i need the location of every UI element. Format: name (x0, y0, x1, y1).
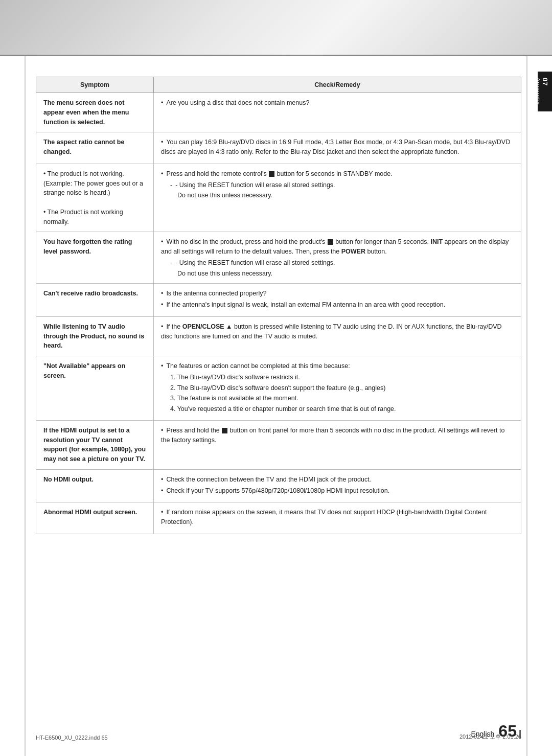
remedy-item: If random noise appears on the screen, i… (161, 508, 514, 527)
remedy-cell: Is the antenna connected properly? If th… (154, 284, 521, 317)
chapter-number: 07 (541, 78, 549, 102)
symptom-cell: The aspect ratio cannot be changed. (36, 132, 154, 164)
numbered-remedy: 2. The Blu-ray/DVD disc's software doesn… (161, 383, 514, 393)
symptom-text: • The product is not working. (Example: … (43, 169, 146, 198)
symptom-text: The menu screen does not appear even whe… (43, 99, 129, 126)
table-row: • The product is not working. (Example: … (36, 164, 521, 232)
remedy-cell: Press and hold the button on front panel… (154, 420, 521, 469)
symptom-text: If the HDMI output is set to a resolutio… (43, 427, 146, 463)
table-row: You have forgotten the rating level pass… (36, 232, 521, 284)
symptom-text: The aspect ratio cannot be changed. (43, 139, 124, 155)
remedy-item: If the OPEN/CLOSE ▲ button is pressed wh… (161, 322, 514, 341)
remedy-list: You can play 16:9 Blu-ray/DVD discs in 1… (161, 138, 514, 157)
remedy-item: Are you using a disc that does not conta… (161, 98, 514, 108)
square-icon (222, 428, 227, 433)
table-row: No HDMI output. Check the connection bet… (36, 469, 521, 502)
table-row: "Not Available" appears on screen. The f… (36, 356, 521, 421)
remedy-list: Press and hold the button on front panel… (161, 426, 514, 445)
table-row: While listening to TV audio through the … (36, 316, 521, 356)
table-body: The menu screen does not appear even whe… (36, 93, 521, 534)
table-row: Abnormal HDMI output screen. If random n… (36, 502, 521, 534)
numbered-remedy: 1. The Blu-ray/DVD disc's software restr… (161, 373, 514, 382)
table-row: The aspect ratio cannot be changed. You … (36, 132, 521, 164)
page-header (0, 0, 552, 56)
troubleshoot-table: Symptom Check/Remedy The menu screen doe… (36, 77, 521, 534)
remedy-list: If the OPEN/CLOSE ▲ button is pressed wh… (161, 322, 514, 341)
remedy-list: Press and hold the remote control's butt… (161, 169, 514, 179)
remedy-item: Is the antenna connected properly? (161, 289, 514, 299)
remedy-item: If the antenna's input signal is weak, i… (161, 300, 514, 310)
header-symptom: Symptom (36, 77, 154, 93)
symptom-text: "Not Available" appears on screen. (43, 362, 125, 379)
symptom-text: Abnormal HDMI output screen. (43, 509, 137, 516)
power-text: POWER (341, 248, 365, 255)
symptom-cell: No HDMI output. (36, 469, 154, 502)
init-text: INIT (430, 238, 443, 245)
sub-remedy-note: Do not use this unless necessary. (161, 269, 514, 279)
symptom-text: You have forgotten the rating level pass… (43, 238, 132, 255)
chapter-tab: 07 Appendix (538, 72, 552, 111)
remedy-cell: With no disc in the product, press and h… (154, 232, 521, 284)
footer-timestamp: 2012-02-22 오후 2:01:26 (459, 733, 521, 741)
sub-remedy-note: Do not use this unless necessary. (161, 191, 514, 200)
remedy-item: You can play 16:9 Blu-ray/DVD discs in 1… (161, 138, 514, 157)
table-header-row: Symptom Check/Remedy (36, 77, 521, 93)
numbered-remedy: 4. You've requested a title or chapter n… (161, 404, 514, 414)
symptom-cell: The menu screen does not appear even whe… (36, 93, 154, 132)
sub-remedy: - Using the RESET function will erase al… (161, 180, 514, 190)
remedy-item: The features or action cannot be complet… (161, 361, 514, 371)
table-row: The menu screen does not appear even whe… (36, 93, 521, 132)
symptom-cell: You have forgotten the rating level pass… (36, 232, 154, 284)
open-close-text: OPEN/CLOSE ▲ (182, 323, 233, 330)
remedy-list: With no disc in the product, press and h… (161, 237, 514, 257)
remedy-cell: Press and hold the remote control's butt… (154, 164, 521, 232)
sub-remedy: - Using the RESET function will erase al… (161, 258, 514, 268)
remedy-cell: Check the connection between the TV and … (154, 469, 521, 502)
remedy-cell: Are you using a disc that does not conta… (154, 93, 521, 132)
symptom-text: Can't receive radio broadcasts. (43, 290, 138, 297)
symptom-cell: Abnormal HDMI output screen. (36, 502, 154, 534)
symptom-cell: "Not Available" appears on screen. (36, 356, 154, 421)
footer-filename: HT-E6500_XU_0222.indd 65 (36, 735, 108, 741)
square-icon (269, 171, 274, 177)
remedy-cell: You can play 16:9 Blu-ray/DVD discs in 1… (154, 132, 521, 164)
header-remedy: Check/Remedy (154, 77, 521, 93)
square-icon (328, 239, 333, 245)
chapter-label: Appendix (535, 78, 541, 105)
remedy-cell: If the OPEN/CLOSE ▲ button is pressed wh… (154, 316, 521, 356)
table-row: If the HDMI output is set to a resolutio… (36, 420, 521, 469)
symptom-cell: • The product is not working. (Example: … (36, 164, 154, 232)
remedy-item: Press and hold the remote control's butt… (161, 169, 514, 179)
symptom-text: While listening to TV audio through the … (43, 323, 144, 350)
remedy-item: Press and hold the button on front panel… (161, 426, 514, 445)
remedy-list: If random noise appears on the screen, i… (161, 508, 514, 527)
symptom-text-2: • The Product is not working normally. (43, 208, 146, 227)
symptom-cell: While listening to TV audio through the … (36, 316, 154, 356)
remedy-cell: If random noise appears on the screen, i… (154, 502, 521, 534)
remedy-item: Check the connection between the TV and … (161, 475, 514, 485)
right-border-decoration (526, 0, 527, 756)
table-row: Can't receive radio broadcasts. Is the a… (36, 284, 521, 317)
remedy-list: Are you using a disc that does not conta… (161, 98, 514, 108)
main-content: Symptom Check/Remedy The menu screen doe… (0, 56, 552, 575)
remedy-list: Check the connection between the TV and … (161, 475, 514, 496)
remedy-list: Is the antenna connected properly? If th… (161, 289, 514, 310)
symptom-cell: Can't receive radio broadcasts. (36, 284, 154, 317)
remedy-list: The features or action cannot be complet… (161, 361, 514, 371)
numbered-remedy: 3. The feature is not available at the m… (161, 394, 514, 403)
remedy-item: With no disc in the product, press and h… (161, 237, 514, 257)
remedy-cell: The features or action cannot be complet… (154, 356, 521, 421)
remedy-item: Check if your TV supports 576p/480p/720p… (161, 486, 514, 496)
left-border-decoration (25, 0, 26, 756)
symptom-cell: If the HDMI output is set to a resolutio… (36, 420, 154, 469)
symptom-text: No HDMI output. (43, 476, 94, 483)
